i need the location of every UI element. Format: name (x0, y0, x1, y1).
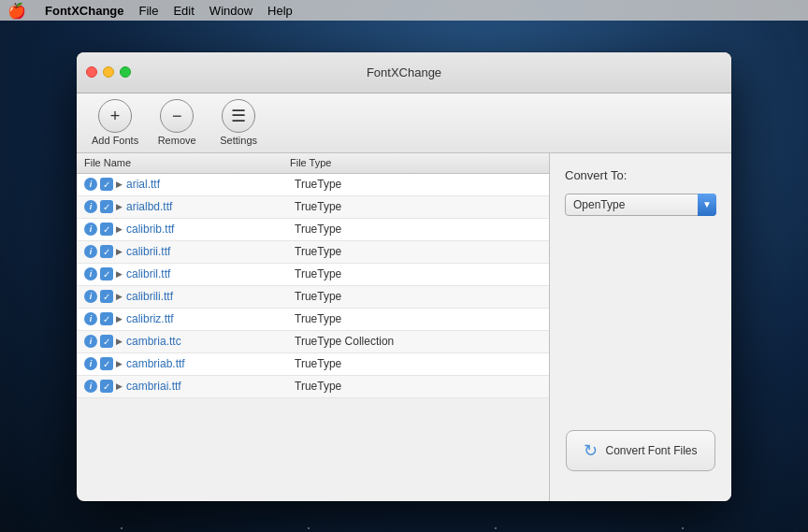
info-icon[interactable]: i (84, 357, 97, 370)
info-icon[interactable]: i (84, 245, 97, 258)
check-icon[interactable]: ✓ (100, 380, 113, 393)
check-icon[interactable]: ✓ (100, 178, 113, 191)
file-name[interactable]: arial.ttf (126, 178, 295, 191)
table-row: i ✓ ▶ calibril.ttf TrueType (77, 264, 549, 286)
file-name[interactable]: calibrii.ttf (126, 245, 295, 258)
file-name[interactable]: calibriz.ttf (126, 312, 295, 325)
check-icon[interactable]: ✓ (100, 200, 113, 213)
file-type: TrueType (295, 357, 541, 370)
table-row: i ✓ ▶ calibriz.ttf TrueType (77, 309, 549, 331)
content-area: File Name File Type i ✓ ▶ arial.ttf True… (77, 153, 731, 501)
row-icons: i ✓ ▶ (84, 245, 123, 258)
file-name[interactable]: calibrili.ttf (126, 290, 295, 303)
add-fonts-label: Add Fonts (92, 135, 138, 146)
play-icon[interactable]: ▶ (116, 247, 123, 256)
convert-dropdown-wrapper: OpenType TrueType PostScript ▼ (565, 194, 716, 216)
file-type: TrueType (295, 223, 541, 236)
file-type: TrueType (295, 200, 541, 213)
play-icon[interactable]: ▶ (116, 269, 123, 279)
info-icon[interactable]: i (84, 200, 97, 213)
table-row: i ✓ ▶ cambria.ttc TrueType Collection (77, 331, 549, 353)
table-row: i ✓ ▶ cambriai.ttf TrueType (77, 376, 549, 398)
info-icon[interactable]: i (84, 223, 97, 236)
main-window: FontXChange + Add Fonts − Remove ☰ Setti… (77, 52, 731, 501)
add-fonts-icon: + (98, 99, 132, 133)
col-filename-header: File Name (84, 157, 290, 168)
check-icon[interactable]: ✓ (100, 357, 113, 370)
file-name[interactable]: arialbd.ttf (126, 200, 295, 213)
play-icon[interactable]: ▶ (116, 314, 123, 324)
convert-dropdown[interactable]: OpenType TrueType PostScript (565, 194, 716, 216)
table-row: i ✓ ▶ arialbd.ttf TrueType (77, 196, 549, 219)
row-icons: i ✓ ▶ (84, 380, 123, 393)
table-row: i ✓ ▶ cambriab.ttf TrueType (77, 353, 549, 376)
table-row: i ✓ ▶ calibrib.ttf TrueType (77, 219, 549, 241)
table-row: i ✓ ▶ arial.ttf TrueType (77, 174, 549, 196)
row-icons: i ✓ ▶ (84, 267, 123, 280)
convert-refresh-icon: ↻ (584, 440, 598, 461)
convert-to-label: Convert To: (565, 168, 627, 182)
table-row: i ✓ ▶ calibrili.ttf TrueType (77, 286, 549, 309)
row-icons: i ✓ ▶ (84, 178, 123, 191)
maximize-button[interactable] (120, 66, 131, 78)
check-icon[interactable]: ✓ (100, 335, 113, 348)
row-icons: i ✓ ▶ (84, 335, 123, 348)
file-name[interactable]: cambria.ttc (126, 335, 295, 348)
file-name[interactable]: cambriai.ttf (126, 380, 295, 393)
convert-btn-label: Convert Font Files (605, 444, 697, 457)
file-type: TrueType (295, 267, 541, 280)
file-name[interactable]: calibril.ttf (126, 267, 295, 280)
menu-help[interactable]: Help (267, 4, 293, 18)
window-title: FontXChange (367, 65, 441, 79)
file-type: TrueType (295, 312, 541, 325)
remove-button[interactable]: − Remove (153, 99, 200, 146)
minimize-button[interactable] (103, 66, 114, 78)
right-panel: Convert To: OpenType TrueType PostScript… (550, 153, 731, 501)
file-list[interactable]: File Name File Type i ✓ ▶ arial.ttf True… (77, 153, 550, 501)
check-icon[interactable]: ✓ (100, 267, 113, 280)
row-icons: i ✓ ▶ (84, 357, 123, 370)
info-icon[interactable]: i (84, 267, 97, 280)
check-icon[interactable]: ✓ (100, 245, 113, 258)
play-icon[interactable]: ▶ (116, 381, 123, 391)
table-row: i ✓ ▶ calibrii.ttf TrueType (77, 241, 549, 264)
file-name[interactable]: calibrib.ttf (126, 223, 295, 236)
file-type: TrueType (295, 290, 541, 303)
menu-app-name[interactable]: FontXChange (45, 4, 124, 18)
menu-edit[interactable]: Edit (173, 4, 194, 18)
file-name[interactable]: cambriab.ttf (126, 357, 295, 370)
settings-button[interactable]: ☰ Settings (215, 99, 262, 146)
convert-font-files-button[interactable]: ↻ Convert Font Files (566, 430, 715, 471)
check-icon[interactable]: ✓ (100, 223, 113, 236)
add-fonts-button[interactable]: + Add Fonts (92, 99, 138, 146)
toolbar: + Add Fonts − Remove ☰ Settings (77, 93, 731, 153)
menu-file[interactable]: File (139, 4, 159, 18)
close-button[interactable] (86, 66, 97, 78)
check-icon[interactable]: ✓ (100, 290, 113, 303)
play-icon[interactable]: ▶ (116, 224, 123, 234)
play-icon[interactable]: ▶ (116, 202, 123, 211)
settings-label: Settings (220, 135, 257, 146)
row-icons: i ✓ ▶ (84, 223, 123, 236)
remove-label: Remove (158, 135, 196, 146)
menu-bar: 🍎 FontXChange File Edit Window Help (0, 0, 808, 21)
info-icon[interactable]: i (84, 178, 97, 191)
menu-window[interactable]: Window (209, 4, 252, 18)
play-icon[interactable]: ▶ (116, 292, 123, 301)
info-icon[interactable]: i (84, 335, 97, 348)
info-icon[interactable]: i (84, 290, 97, 303)
info-icon[interactable]: i (84, 380, 97, 393)
remove-icon: − (160, 99, 194, 133)
column-header: File Name File Type (77, 153, 549, 174)
file-type: TrueType Collection (295, 335, 541, 348)
settings-icon: ☰ (222, 99, 255, 133)
check-icon[interactable]: ✓ (100, 312, 113, 325)
play-icon[interactable]: ▶ (116, 180, 123, 189)
traffic-lights (86, 66, 131, 78)
play-icon[interactable]: ▶ (116, 337, 123, 346)
info-icon[interactable]: i (84, 312, 97, 325)
row-icons: i ✓ ▶ (84, 312, 123, 325)
row-icons: i ✓ ▶ (84, 200, 123, 213)
play-icon[interactable]: ▶ (116, 359, 123, 368)
apple-menu[interactable]: 🍎 (7, 2, 26, 20)
